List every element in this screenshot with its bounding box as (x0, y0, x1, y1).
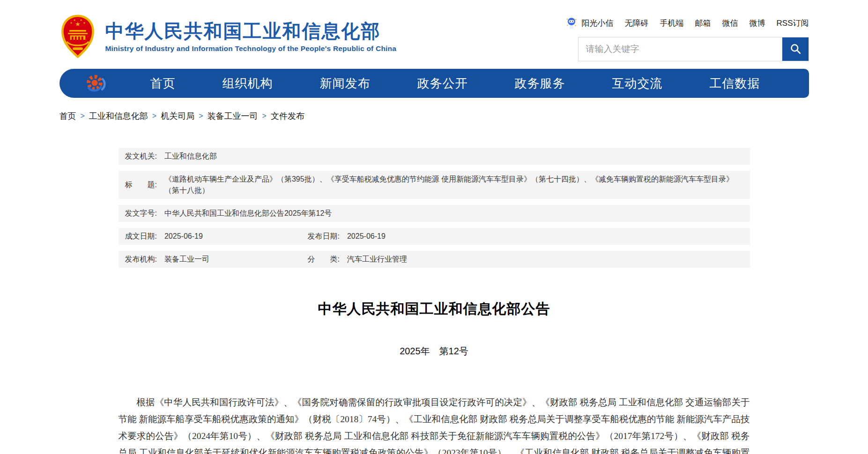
meta-row-publisher-category: 发布机构: 装备工业一司 分 类: 汽车工业行业管理 (119, 251, 750, 268)
breadcrumb-separator: > (152, 112, 156, 120)
quick-link-mobile[interactable]: 手机端 (660, 18, 684, 29)
breadcrumb-separator: > (81, 112, 85, 120)
mascot-robot-icon (566, 17, 577, 29)
site-subtitle: Ministry of Industry and Information Tec… (105, 44, 397, 53)
quick-link-sunshine[interactable]: 阳光小信 (582, 18, 614, 29)
search-box (578, 37, 809, 61)
svg-text:★: ★ (75, 21, 81, 28)
meta-value: 2025-06-19 (164, 231, 203, 242)
search-icon (789, 43, 801, 56)
quick-link-mail[interactable]: 邮箱 (695, 18, 711, 29)
nav-item-gov-services[interactable]: 政务服务 (515, 75, 565, 92)
nav-item-data[interactable]: 工信数据 (710, 75, 760, 92)
nav-item-news[interactable]: 新闻发布 (320, 75, 371, 92)
national-emblem-icon: ★ ★ ★ ★ ★ (59, 14, 96, 59)
quick-link-wechat[interactable]: 微信 (722, 18, 738, 29)
meta-label: 发布机构: (125, 254, 157, 265)
meta-row-document-number: 发文字号: 中华人民共和国工业和信息化部公告2025年第12号 (119, 205, 750, 222)
meta-value: 中华人民共和国工业和信息化部公告2025年第12号 (164, 208, 332, 219)
article-issue-number: 2025年 第12号 (0, 345, 868, 358)
meta-row-dates: 成文日期: 2025-06-19 发布日期: 2025-06-19 (119, 228, 750, 245)
meta-label: 发文字号: (125, 208, 157, 219)
miit-gear-logo-icon (84, 73, 108, 94)
search-button[interactable] (782, 37, 809, 61)
search-input[interactable] (579, 37, 782, 61)
svg-text:★: ★ (73, 18, 76, 22)
site-title-block: 中华人民共和国工业和信息化部 Ministry of Industry and … (105, 21, 397, 53)
quick-link-rss[interactable]: RSS订阅 (777, 18, 809, 29)
main-nav: 首页 组织机构 新闻发布 政务公开 政务服务 互动交流 工信数据 (59, 69, 809, 98)
breadcrumb-separator: > (199, 112, 203, 120)
meta-value: 汽车工业行业管理 (347, 254, 407, 265)
breadcrumb-departments[interactable]: 机关司局 (161, 110, 194, 122)
article-body-paragraph: 根据《中华人民共和国行政许可法》、《国务院对确需保留的行政审批项目设定行政许可的… (119, 394, 750, 454)
site-title: 中华人民共和国工业和信息化部 (105, 21, 397, 41)
svg-text:★: ★ (83, 21, 86, 24)
breadcrumb-miit[interactable]: 工业和信息化部 (89, 110, 148, 122)
quick-links: 阳光小信 无障碍 手机端 邮箱 微信 微博 RSS订阅 (566, 17, 809, 29)
meta-label: 发布日期: (308, 231, 340, 242)
meta-label: 发文机关: (125, 151, 157, 162)
nav-item-gov-openness[interactable]: 政务公开 (417, 75, 468, 92)
svg-text:★: ★ (70, 21, 73, 24)
meta-value: 2025-06-19 (347, 231, 386, 242)
breadcrumb-home[interactable]: 首页 (59, 110, 76, 122)
quick-link-weibo[interactable]: 微博 (749, 18, 765, 29)
breadcrumb-document-release[interactable]: 文件发布 (271, 110, 304, 122)
site-logo-link[interactable]: ★ ★ ★ ★ ★ 中华人民共和国工业和信息化部 Ministry of Ind… (59, 14, 397, 59)
breadcrumb: 首页 > 工业和信息化部 > 机关司局 > 装备工业一司 > 文件发布 (59, 110, 809, 122)
meta-label: 分 类: (308, 254, 340, 265)
site-header: ★ ★ ★ ★ ★ 中华人民共和国工业和信息化部 Ministry of Ind… (59, 0, 809, 61)
meta-value: 《道路机动车辆生产企业及产品》（第395批）、《享受车船税减免优惠的节约能源 使… (164, 174, 743, 196)
nav-item-organization[interactable]: 组织机构 (223, 75, 273, 92)
nav-item-home[interactable]: 首页 (150, 75, 176, 92)
breadcrumb-equipment-dept[interactable]: 装备工业一司 (208, 110, 258, 122)
document-meta-table: 发文机关: 工业和信息化部 标 题: 《道路机动车辆生产企业及产品》（第395批… (119, 148, 750, 268)
meta-label: 成文日期: (125, 231, 157, 242)
svg-text:★: ★ (80, 18, 82, 22)
meta-label: 标 题: (125, 179, 157, 190)
meta-row-title: 标 题: 《道路机动车辆生产企业及产品》（第395批）、《享受车船税减免优惠的节… (119, 171, 750, 199)
meta-row-issuing-agency: 发文机关: 工业和信息化部 (119, 148, 750, 165)
nav-item-interaction[interactable]: 互动交流 (612, 75, 663, 92)
meta-value: 工业和信息化部 (164, 151, 217, 162)
meta-value: 装备工业一司 (164, 254, 209, 265)
breadcrumb-separator: > (262, 112, 267, 120)
header-right: 阳光小信 无障碍 手机端 邮箱 微信 微博 RSS订阅 (566, 14, 809, 61)
quick-link-accessibility[interactable]: 无障碍 (625, 18, 649, 29)
article-title: 中华人民共和国工业和信息化部公告 (0, 300, 868, 319)
